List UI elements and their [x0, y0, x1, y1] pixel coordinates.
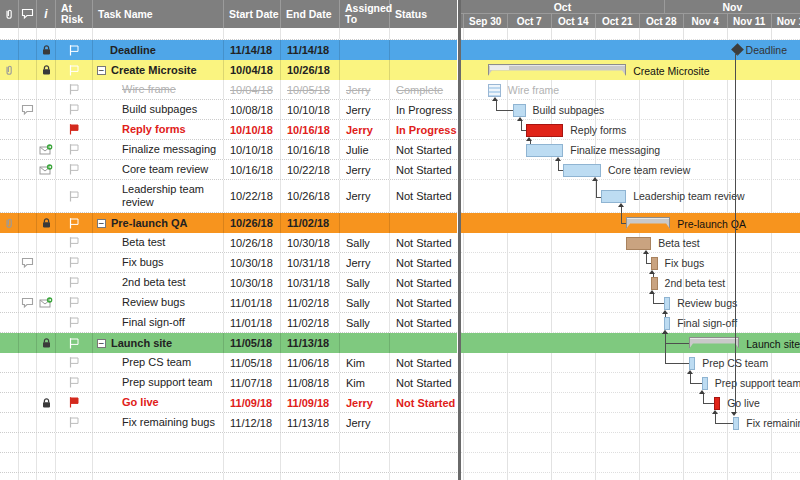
table-row[interactable]: −Launch site11/05/1811/13/18 — [0, 333, 457, 353]
cell-status[interactable]: Not Started — [390, 273, 457, 292]
cell-task-name[interactable]: 2nd beta test — [93, 273, 224, 292]
cell-attachment[interactable] — [0, 353, 19, 372]
cell-assigned-to[interactable] — [340, 453, 390, 472]
at-risk-flag-icon[interactable] — [68, 337, 80, 350]
table-row[interactable]: Finalize messaging10/10/1810/16/18JulieN… — [0, 140, 457, 160]
cell-start-date[interactable]: 10/08/18 — [224, 100, 281, 119]
cell-at-risk[interactable] — [56, 353, 93, 372]
cell-start-date[interactable]: 10/26/18 — [224, 213, 281, 233]
cell-start-date[interactable] — [224, 433, 281, 452]
deadline-milestone-diamond[interactable] — [731, 43, 744, 56]
at-risk-flag-icon[interactable] — [68, 143, 80, 156]
cell-end-date[interactable]: 11/02/18 — [281, 313, 340, 332]
cell-status[interactable]: Not Started — [390, 253, 457, 272]
cell-assigned-to[interactable]: Jerry — [340, 100, 390, 119]
table-row[interactable]: Final sign-off11/01/1811/02/18SallyNot S… — [0, 313, 457, 333]
cell-status[interactable]: Not Started — [390, 160, 457, 179]
gantt-task-bar[interactable] — [526, 124, 564, 137]
cell-task-name[interactable]: Fix remaining bugs — [93, 413, 224, 432]
cell-start-date[interactable]: 11/14/18 — [224, 40, 281, 60]
comment-icon[interactable] — [21, 104, 34, 116]
cell-start-date[interactable]: 11/05/18 — [224, 333, 281, 353]
cell-task-name[interactable]: Prep support team — [93, 373, 224, 392]
at-risk-flag-icon[interactable] — [68, 376, 80, 389]
cell-end-date[interactable]: 10/16/18 — [281, 140, 340, 159]
cell-comment[interactable] — [19, 60, 37, 80]
cell-end-date[interactable]: 11/14/18 — [281, 40, 340, 60]
cell-comment[interactable] — [19, 273, 37, 292]
at-risk-flag-icon[interactable] — [68, 217, 80, 230]
at-risk-flag-icon[interactable] — [68, 296, 80, 309]
cell-at-risk[interactable] — [56, 140, 93, 159]
cell-task-name[interactable]: Build subpages — [93, 100, 224, 119]
cell-comment[interactable] — [19, 333, 37, 353]
table-row[interactable] — [0, 28, 457, 40]
cell-status[interactable]: Not Started — [390, 233, 457, 252]
cell-at-risk[interactable] — [56, 80, 93, 99]
cell-comment[interactable] — [19, 253, 37, 272]
cell-task-name[interactable]: Fix bugs — [93, 253, 224, 272]
info-column-header[interactable]: i — [37, 0, 56, 28]
update-request-icon[interactable] — [39, 144, 53, 156]
cell-at-risk[interactable] — [56, 393, 93, 412]
cell-status[interactable] — [390, 60, 457, 80]
cell-status[interactable]: Complete — [390, 80, 457, 99]
cell-end-date[interactable]: 10/22/18 — [281, 160, 340, 179]
cell-attachment[interactable] — [0, 80, 19, 99]
cell-at-risk[interactable] — [56, 60, 93, 80]
cell-at-risk[interactable] — [56, 413, 93, 432]
cell-assigned-to[interactable] — [340, 333, 390, 353]
cell-at-risk[interactable] — [56, 28, 93, 39]
cell-end-date[interactable]: 10/31/18 — [281, 273, 340, 292]
cell-start-date[interactable]: 10/10/18 — [224, 140, 281, 159]
cell-comment[interactable] — [19, 473, 37, 480]
at-risk-flag-icon[interactable] — [68, 83, 80, 96]
cell-status[interactable]: Not Started — [390, 353, 457, 372]
gantt-task-bar[interactable] — [664, 317, 670, 330]
comment-icon[interactable] — [21, 257, 34, 269]
at-risk-flag-icon[interactable] — [68, 316, 80, 329]
cell-end-date[interactable] — [281, 433, 340, 452]
cell-at-risk[interactable] — [56, 40, 93, 60]
cell-start-date[interactable]: 10/22/18 — [224, 180, 281, 212]
table-row[interactable]: −Create Microsite10/04/1810/26/18 — [0, 60, 457, 80]
cell-end-date[interactable]: 11/02/18 — [281, 293, 340, 312]
cell-assigned-to[interactable]: Jerry — [340, 393, 390, 412]
cell-at-risk[interactable] — [56, 273, 93, 292]
cell-status[interactable] — [390, 433, 457, 452]
cell-attachment[interactable] — [0, 393, 19, 412]
week-header[interactable]: Sep 30 — [463, 14, 507, 28]
cell-comment[interactable] — [19, 80, 37, 99]
table-row[interactable] — [0, 433, 457, 453]
cell-assigned-to[interactable] — [340, 213, 390, 233]
week-header[interactable]: Nov 4 — [683, 14, 727, 28]
cell-assigned-to[interactable] — [340, 60, 390, 80]
at-risk-flag-icon[interactable] — [68, 44, 80, 57]
paperclip-icon[interactable] — [3, 64, 15, 77]
table-row[interactable]: Prep support team11/07/1811/08/18KimNot … — [0, 373, 457, 393]
cell-task-name[interactable]: Wire frame — [93, 80, 224, 99]
cell-start-date[interactable]: 11/12/18 — [224, 413, 281, 432]
cell-assigned-to[interactable]: Jerry — [340, 180, 390, 212]
cell-attachment[interactable] — [0, 313, 19, 332]
at-risk-flag-icon[interactable] — [68, 256, 80, 269]
week-header[interactable]: Oct 21 — [595, 14, 639, 28]
gantt-task-bar[interactable] — [601, 190, 626, 203]
at-risk-column-header[interactable]: At Risk — [56, 0, 93, 28]
cell-comment[interactable] — [19, 120, 37, 139]
table-row[interactable]: Deadline11/14/1811/14/18 — [0, 40, 457, 60]
cell-start-date[interactable] — [224, 453, 281, 472]
at-risk-flag-icon[interactable] — [68, 163, 80, 176]
cell-assigned-to[interactable]: Kim — [340, 353, 390, 372]
cell-at-risk[interactable] — [56, 453, 93, 472]
cell-start-date[interactable]: 10/30/18 — [224, 253, 281, 272]
gantt-task-bar[interactable] — [651, 277, 657, 290]
cell-at-risk[interactable] — [56, 100, 93, 119]
gantt-task-bar[interactable] — [733, 417, 739, 430]
cell-assigned-to[interactable]: Jerry — [340, 80, 390, 99]
cell-comment[interactable] — [19, 433, 37, 452]
cell-at-risk[interactable] — [56, 160, 93, 179]
cell-start-date[interactable]: 10/10/18 — [224, 120, 281, 139]
week-header[interactable]: Oct 7 — [507, 14, 551, 28]
cell-at-risk[interactable] — [56, 373, 93, 392]
